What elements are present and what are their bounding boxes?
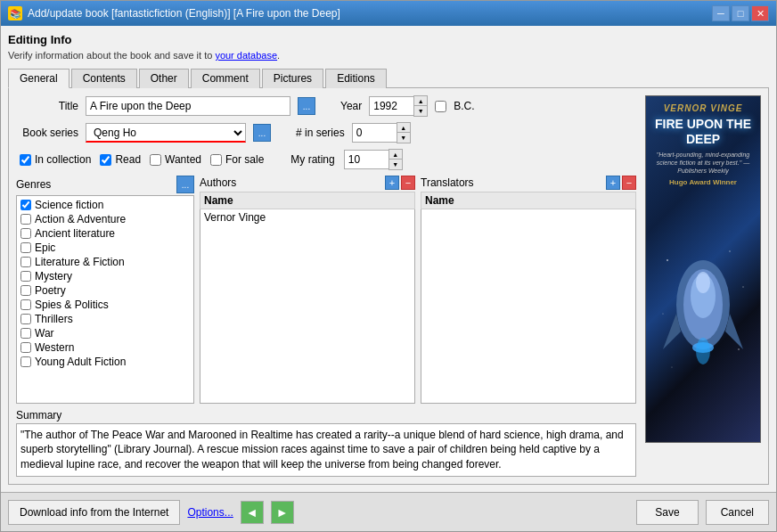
translators-col-name: Name: [421, 192, 636, 209]
genre-item-ancient[interactable]: Ancient literature: [19, 226, 192, 241]
cover-spaceship-art: [646, 186, 760, 442]
bc-label: B.C.: [454, 100, 474, 112]
translators-header: Translators: [421, 176, 602, 189]
authors-add-button[interactable]: +: [385, 176, 399, 190]
tab-contents[interactable]: Contents: [71, 69, 137, 88]
title-input[interactable]: [86, 96, 290, 116]
tab-editions[interactable]: Editions: [325, 69, 387, 88]
genre-checkbox-poetry[interactable]: [20, 285, 31, 296]
genre-checkbox-action[interactable]: [20, 214, 31, 225]
minimize-button[interactable]: ─: [712, 5, 730, 21]
genre-item-action[interactable]: Action & Adventure: [19, 212, 192, 226]
genres-list[interactable]: Science fiction Action & Adventure Ancie…: [16, 195, 194, 404]
genres-dots-button[interactable]: ...: [176, 176, 194, 193]
save-button[interactable]: Save: [636, 500, 698, 525]
genre-checkbox-western[interactable]: [20, 342, 31, 353]
genre-checkbox-ancient[interactable]: [20, 228, 31, 239]
tab-pictures[interactable]: Pictures: [262, 69, 323, 88]
cover-author: VERNOR VINGE: [664, 103, 743, 113]
tab-other[interactable]: Other: [139, 69, 189, 88]
series-label: Book series: [16, 127, 78, 139]
genre-item-thrillers[interactable]: Thrillers: [19, 312, 192, 326]
translators-list[interactable]: [421, 209, 636, 404]
genre-checkbox-thrillers[interactable]: [20, 314, 31, 324]
genre-checkbox-litfic[interactable]: [20, 257, 31, 267]
genre-item-sf[interactable]: Science fiction: [19, 198, 192, 212]
genre-label-mystery: Mystery: [35, 270, 72, 282]
year-label: Year: [340, 100, 362, 112]
cancel-button[interactable]: Cancel: [706, 500, 769, 525]
authors-col-name: Name: [200, 192, 415, 209]
genre-label-epic: Epic: [35, 241, 55, 254]
genre-item-ya[interactable]: Young Adult Fiction: [19, 355, 192, 369]
translators-remove-button[interactable]: −: [622, 176, 636, 190]
maximize-button[interactable]: □: [732, 5, 749, 21]
in-series-input[interactable]: [352, 123, 397, 143]
for-sale-label: For sale: [225, 153, 264, 166]
window-title: Add/update book [fantasticfiction (Engli…: [28, 7, 340, 20]
rating-spin-up[interactable]: ▲: [389, 150, 402, 160]
genre-label-poetry: Poetry: [35, 284, 66, 297]
translators-add-button[interactable]: +: [606, 176, 620, 190]
read-label: Read: [115, 153, 141, 166]
genre-item-western[interactable]: Western: [19, 340, 192, 355]
bc-checkbox[interactable]: [435, 101, 446, 112]
tab-comment[interactable]: Comment: [191, 69, 260, 88]
svg-point-3: [742, 287, 744, 289]
author-item[interactable]: Vernor Vinge: [204, 211, 411, 224]
genre-label-action: Action & Adventure: [35, 213, 126, 225]
series-combo: Qeng Ho: [86, 123, 246, 143]
genre-label-western: Western: [35, 341, 74, 354]
summary-text[interactable]: "The author of The Peace War and Maroone…: [16, 423, 636, 477]
in-collection-checkbox[interactable]: [20, 154, 31, 166]
in-series-spin-down[interactable]: ▼: [397, 133, 410, 143]
database-link[interactable]: your database: [215, 50, 277, 61]
tab-general[interactable]: General: [8, 69, 70, 88]
title-bar: 📚 Add/update book [fantasticfiction (Eng…: [1, 1, 776, 26]
year-input[interactable]: [369, 96, 413, 116]
for-sale-checkbox[interactable]: [210, 154, 222, 166]
my-rating-label: My rating: [290, 153, 334, 166]
read-checkbox[interactable]: [100, 154, 111, 166]
nav-prev-button[interactable]: ◄: [241, 501, 264, 524]
genre-item-spies[interactable]: Spies & Politics: [19, 298, 192, 312]
svg-point-4: [662, 314, 663, 315]
title-dots-button[interactable]: ...: [298, 97, 315, 115]
genre-checkbox-sf[interactable]: [20, 200, 31, 210]
my-rating-input[interactable]: [344, 150, 388, 169]
in-collection-label: In collection: [35, 153, 91, 166]
genre-item-mystery[interactable]: Mystery: [19, 269, 192, 283]
genre-item-epic[interactable]: Epic: [19, 241, 192, 255]
nav-next-button[interactable]: ►: [271, 501, 294, 524]
genre-label-ya: Young Adult Fiction: [35, 356, 126, 368]
genre-item-war[interactable]: War: [19, 326, 192, 340]
series-dots-button[interactable]: ...: [253, 124, 271, 142]
genre-checkbox-war[interactable]: [20, 328, 31, 339]
svg-point-2: [729, 251, 731, 253]
book-cover: VERNOR VINGE FIRE UPON THE DEEP "Heart-p…: [645, 95, 761, 443]
in-series-spin-up[interactable]: ▲: [397, 123, 410, 133]
app-icon: 📚: [8, 6, 22, 20]
authors-remove-button[interactable]: −: [401, 176, 415, 190]
rating-spin-down[interactable]: ▼: [389, 160, 402, 169]
editing-info-title: Editing Info: [8, 33, 769, 46]
download-button[interactable]: Download info from the Internet: [8, 500, 180, 525]
genre-label-litfic: Literature & Fiction: [35, 256, 125, 268]
options-button[interactable]: Options...: [187, 506, 233, 519]
year-spin-up[interactable]: ▲: [414, 96, 427, 106]
genre-checkbox-ya[interactable]: [20, 356, 31, 367]
wanted-checkbox[interactable]: [150, 154, 161, 166]
bottom-bar: Download info from the Internet Options.…: [1, 492, 776, 531]
close-button[interactable]: ✕: [751, 5, 769, 21]
genre-checkbox-mystery[interactable]: [20, 271, 31, 282]
authors-list[interactable]: Vernor Vinge: [200, 209, 415, 404]
genre-checkbox-spies[interactable]: [20, 299, 31, 310]
genre-item-litfic[interactable]: Literature & Fiction: [19, 255, 192, 269]
cover-title: FIRE UPON THE DEEP: [646, 117, 760, 147]
genres-header: Genres: [16, 178, 173, 191]
genre-item-poetry[interactable]: Poetry: [19, 283, 192, 298]
year-spin-down[interactable]: ▼: [414, 106, 427, 116]
genre-checkbox-epic[interactable]: [20, 242, 31, 253]
cover-award: Hugo Award Winner: [669, 178, 737, 186]
series-select[interactable]: Qeng Ho: [86, 123, 246, 143]
